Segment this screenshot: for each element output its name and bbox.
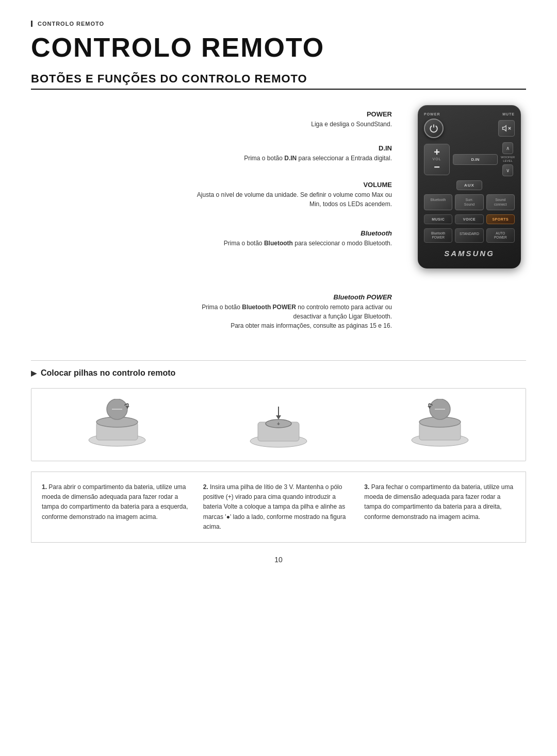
section-heading: Botões e Funções do Controlo Remoto (31, 72, 526, 90)
step-3: 3. Para fechar o compartimento da bateri… (364, 482, 515, 532)
vol-plus-button[interactable]: + (434, 147, 440, 157)
vol-block: + VOL − (424, 144, 450, 175)
music-button[interactable]: MUSIC (424, 214, 452, 224)
voice-button[interactable]: VOICE (455, 214, 483, 224)
page-title: CONTROLO REMOTO (31, 32, 526, 63)
battery-heading: ▶ Colocar pilhas no controlo remoto (31, 368, 526, 378)
label-title-din: D.IN (379, 144, 392, 152)
surr-sound-button[interactable]: Surr.Sound (455, 194, 483, 210)
woofer-up-button[interactable]: ∧ (502, 142, 513, 154)
bullet-arrow-icon: ▶ (31, 369, 37, 377)
label-row-volume: VOLUME Ajusta o nível de volume da unida… (31, 181, 392, 209)
standard-button[interactable]: STANDARD (455, 228, 483, 243)
remote-row-bt: Bluetooth Surr.Sound Soundconnect (424, 194, 515, 210)
label-row-bluetooth: Bluetooth Prima o botão Bluetooth para s… (31, 229, 392, 248)
battery-img-2: + (203, 399, 354, 450)
battery-steps: 1. Para abrir o compartimento da bateria… (31, 472, 526, 543)
breadcrumb: Controlo Remoto (31, 21, 526, 27)
woofer-block: ∧ WOOFERLEVEL ∨ (501, 142, 515, 176)
label-desc-bluetooth-power: Prima o botão Bluetooth POWER no control… (202, 303, 392, 330)
label-title-bluetooth-power: Bluetooth POWER (334, 293, 392, 301)
label-desc-power: Liga e desliga o SoundStand. (311, 120, 392, 129)
woofer-down-button[interactable]: ∨ (502, 164, 513, 176)
sound-connect-button[interactable]: Soundconnect (486, 194, 515, 210)
step-1: 1. Para abrir o compartimento da bateria… (42, 482, 193, 532)
samsung-logo: SAMSUNG (424, 249, 515, 258)
remote-control: POWER MUTE (413, 105, 526, 268)
remote-top-labels: POWER MUTE (424, 112, 515, 116)
label-desc-din: Prima o botão D.IN para seleccionar a En… (244, 154, 392, 163)
label-title-power: POWER (367, 110, 392, 118)
bt-power-button[interactable]: BluetoothPOWER (424, 228, 452, 243)
aux-button[interactable]: AUX (456, 180, 482, 190)
step-2: 2. Insira uma pilha de lítio de 3 V. Man… (203, 482, 354, 532)
labels-area: POWER Liga e desliga o SoundStand. D.IN … (31, 105, 397, 340)
auto-power-button[interactable]: AUTOPOWER (486, 228, 515, 243)
battery-img-1 (42, 399, 193, 450)
remote-row-aux: AUX (424, 180, 515, 190)
label-desc-volume: Ajusta o nível de volume da unidade. Se … (197, 190, 392, 209)
svg-marker-14 (276, 415, 281, 419)
battery-images-row: + (31, 388, 526, 461)
sports-button[interactable]: SPORTS (486, 214, 515, 224)
battery-img-3 (364, 399, 515, 450)
din-button[interactable]: D.IN (453, 154, 498, 165)
label-row-bluetooth-power: Bluetooth POWER Prima o botão Bluetooth … (31, 293, 392, 330)
remote-row-mvs: MUSIC VOICE SPORTS (424, 214, 515, 224)
remote-power-label: POWER (424, 112, 440, 116)
label-row-din: D.IN Prima o botão D.IN para seleccionar… (31, 144, 392, 163)
remote-mute-label: MUTE (502, 112, 515, 116)
svg-marker-0 (503, 126, 506, 131)
svg-text:+: + (277, 421, 280, 427)
power-button[interactable] (424, 119, 444, 138)
mute-button[interactable] (498, 120, 515, 137)
vol-minus-button[interactable]: − (434, 162, 440, 172)
label-title-bluetooth: Bluetooth (361, 229, 392, 237)
remote-body: POWER MUTE (418, 105, 521, 268)
label-row-power: POWER Liga e desliga o SoundStand. (31, 110, 392, 129)
remote-row-power-mute (424, 119, 515, 138)
section-divider (31, 360, 526, 361)
vol-label: VOL (432, 157, 441, 161)
label-title-volume: VOLUME (363, 181, 392, 189)
battery-section: ▶ Colocar pilhas no controlo remoto (31, 368, 526, 543)
bluetooth-button[interactable]: Bluetooth (424, 194, 452, 210)
remote-row-vol-din: + VOL − D.IN ∧ WOOFERLEVEL ∨ (424, 142, 515, 176)
page-number: 10 (31, 556, 526, 564)
remote-row-btpa: BluetoothPOWER STANDARD AUTOPOWER (424, 228, 515, 243)
label-desc-bluetooth: Prima o botão Bluetooth para seleccionar… (224, 239, 392, 248)
